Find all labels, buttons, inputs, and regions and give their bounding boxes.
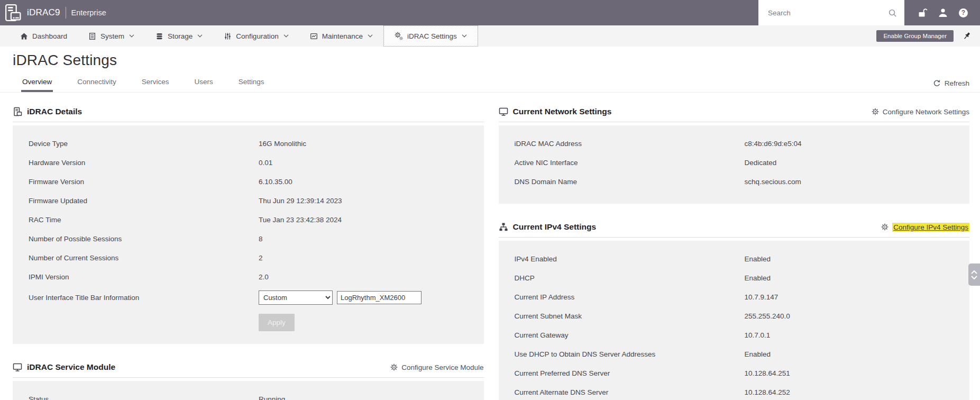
configure-ipv4-settings-link[interactable]: Configure IPv4 Settings — [881, 223, 969, 232]
tab-bar: Overview Connectivity Services Users Set… — [0, 75, 980, 93]
monitor-icon — [13, 362, 22, 372]
row-value: 16G Monolithic — [259, 140, 484, 148]
row-label: Current Alternate DNS Server — [499, 388, 745, 396]
row-label: User Interface Title Bar Information — [13, 294, 259, 302]
tab-users[interactable]: Users — [194, 75, 214, 92]
detail-row: Active NIC Interface Dedicated — [499, 153, 970, 172]
idrac-details-rows: Device Type 16G Monolithic Hardware Vers… — [13, 134, 484, 286]
service-module-panel: Status Running — [13, 381, 484, 400]
sliders-icon — [224, 32, 232, 40]
row-value: 6.10.35.00 — [259, 178, 484, 186]
scroll-up-button[interactable] — [971, 270, 977, 274]
row-label: Use DHCP to Obtain DNS Server Addresses — [499, 350, 745, 358]
row-label: Current Gateway — [499, 331, 745, 339]
tab-connectivity[interactable]: Connectivity — [76, 75, 117, 92]
scroll-widget — [968, 263, 980, 286]
nav-item-dashboard[interactable]: Dashboard — [20, 25, 78, 47]
row-value: Enabled — [745, 350, 970, 358]
service-module-header: iDRAC Service Module Configure Service M… — [13, 359, 484, 378]
apply-row: Apply — [259, 314, 484, 331]
network-settings-rows: iDRAC MAC Address c8:4b:d6:9d:e5:04 Acti… — [499, 134, 970, 191]
idrac-logo — [0, 0, 27, 25]
nav-item-maintenance[interactable]: Maintenance — [299, 25, 383, 47]
nav-item-system[interactable]: System — [78, 25, 145, 47]
nav-item-configuration[interactable]: Configuration — [213, 25, 299, 47]
row-value: 8 — [259, 235, 484, 243]
user-icon[interactable] — [936, 6, 950, 20]
row-value: Enabled — [745, 274, 970, 282]
detail-row: Firmware Updated Thu Jun 29 12:39:14 202… — [13, 191, 484, 210]
network-settings-section: Current Network Settings Configure Netwo… — [499, 103, 970, 204]
row-label: Device Type — [13, 140, 259, 148]
row-label: Number of Current Sessions — [13, 254, 259, 262]
tab-overview[interactable]: Overview — [21, 75, 53, 92]
configure-network-settings-link[interactable]: Configure Network Settings — [872, 108, 969, 116]
row-value: Dedicated — [745, 159, 970, 167]
scroll-down-button[interactable] — [971, 276, 977, 279]
row-value: Enabled — [745, 255, 970, 263]
title-bar-select[interactable]: Custom — [259, 290, 333, 305]
search-icon[interactable] — [885, 6, 899, 20]
search-box — [758, 0, 904, 25]
page-title: iDRAC Settings — [13, 52, 980, 69]
apply-button[interactable]: Apply — [259, 314, 295, 331]
brand-name: iDRAC9 — [27, 7, 60, 18]
pin-icon[interactable] — [962, 31, 972, 41]
row-value: c8:4b:d6:9d:e5:04 — [745, 140, 970, 148]
monitor-icon — [499, 107, 508, 116]
ipv4-settings-header: Current IPv4 Settings Configure IPv4 Set… — [499, 219, 970, 238]
chevron-down-icon — [129, 34, 134, 38]
row-label: DHCP — [499, 274, 745, 282]
detail-row: Current Preferred DNS Server 10.128.64.2… — [499, 363, 970, 383]
idrac-details-header: iDRAC Details — [13, 103, 484, 122]
detail-row: IPMI Version 2.0 — [13, 267, 484, 286]
nav-label: Configuration — [236, 32, 278, 40]
tab-services[interactable]: Services — [141, 75, 170, 92]
search-input[interactable] — [767, 8, 885, 17]
row-value: Running — [259, 395, 484, 400]
detail-row: Current Subnet Mask 255.255.240.0 — [499, 306, 970, 325]
storage-icon — [155, 32, 163, 40]
highlighted-link-text: Configure IPv4 Settings — [892, 223, 969, 232]
refresh-button[interactable]: Refresh — [933, 79, 969, 92]
detail-row: Device Type 16G Monolithic — [13, 134, 484, 153]
tab-settings[interactable]: Settings — [237, 75, 265, 92]
nav-right-group: Enable Group Manager — [876, 25, 980, 47]
nav-item-idrac-settings[interactable]: iDRAC Settings — [383, 25, 478, 47]
detail-row: DHCP Enabled — [499, 268, 970, 287]
chevron-down-icon — [197, 34, 203, 38]
service-module-rows: Status Running — [13, 389, 484, 400]
row-label: IPMI Version — [13, 273, 259, 281]
chevron-down-icon — [283, 34, 289, 38]
home-icon — [20, 32, 28, 40]
row-value: 10.7.9.147 — [745, 293, 970, 301]
network-settings-panel: iDRAC MAC Address c8:4b:d6:9d:e5:04 Acti… — [499, 125, 970, 204]
row-value: 255.255.240.0 — [745, 312, 970, 320]
enable-group-manager-button[interactable]: Enable Group Manager — [876, 30, 954, 42]
title-bar-input[interactable] — [337, 291, 422, 304]
main-nav: Dashboard System Storage Configuration M… — [0, 25, 980, 47]
top-bar: iDRAC9 Enterprise ? — [0, 0, 980, 25]
section-title: Current Network Settings — [513, 107, 612, 116]
help-icon[interactable]: ? — [956, 6, 970, 20]
rack-icon — [13, 107, 22, 116]
content-area: iDRAC Details Device Type 16G Monolithic… — [0, 93, 980, 400]
row-label: Number of Possible Sessions — [13, 235, 259, 243]
unlock-icon[interactable] — [915, 6, 929, 20]
configure-service-module-link[interactable]: Configure Service Module — [390, 363, 483, 371]
brand-divider — [66, 7, 66, 19]
row-value: 2 — [259, 254, 484, 262]
gears-icon — [395, 32, 403, 40]
chevron-down-icon — [368, 34, 373, 38]
detail-row: Number of Current Sessions 2 — [13, 248, 484, 267]
nav-item-storage[interactable]: Storage — [145, 25, 213, 47]
row-value: 10.128.64.252 — [745, 388, 970, 396]
title-bar-info-row: User Interface Title Bar Information Cus… — [13, 286, 484, 308]
row-label: RAC Time — [13, 216, 259, 224]
row-value: 10.7.0.1 — [745, 331, 970, 339]
chart-box-icon — [310, 32, 318, 40]
nav-label: Maintenance — [322, 32, 363, 40]
refresh-icon — [933, 79, 941, 87]
network-tree-icon — [499, 222, 508, 232]
nav-label: Storage — [168, 32, 193, 40]
